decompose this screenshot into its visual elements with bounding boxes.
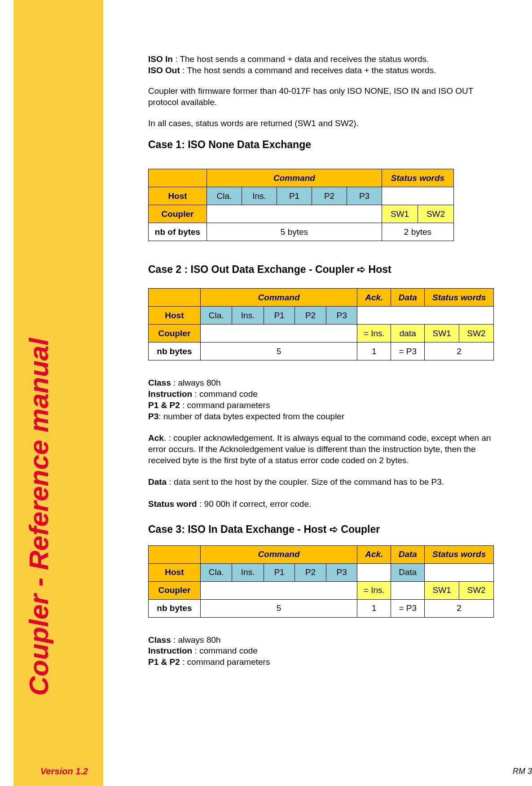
cell: SW1 — [425, 325, 459, 343]
def-text: : data sent to the host by the coupler. … — [167, 477, 444, 487]
hdr-data: Data — [391, 289, 425, 307]
cell: SW2 — [459, 581, 494, 599]
case3-heading: Case 3: ISO In Data Exchange - Host ➪ Co… — [148, 523, 494, 536]
def-label: Class — [148, 635, 171, 645]
hdr-status: Status words — [425, 289, 494, 307]
iso-out-label: ISO Out — [148, 66, 180, 75]
cell: = Ins. — [357, 325, 391, 343]
case1-heading: Case 1: ISO None Data Exchange — [148, 139, 494, 151]
hdr-data: Data — [391, 545, 425, 563]
cell: Cla. — [200, 563, 232, 581]
cell: SW2 — [418, 205, 454, 223]
iso-in-label: ISO In — [148, 54, 173, 64]
firmware-note: Coupler with firmware former than 40-017… — [148, 86, 494, 108]
row-host: Host — [149, 563, 201, 581]
def-label: Status word — [148, 499, 197, 509]
cell: P1 — [277, 187, 312, 205]
hdr-ack: Ack. — [357, 545, 391, 563]
hdr-status: Status words — [425, 545, 494, 563]
cell: 5 — [200, 599, 357, 617]
content: ISO In : The host sends a command + data… — [148, 54, 494, 679]
doc-title: Coupler - Reference manual — [23, 338, 54, 696]
case2-heading: Case 2 : ISO Out Data Exchange - Coupler… — [148, 263, 494, 276]
hdr-command: Command — [200, 289, 357, 307]
iso-in-text: : The host sends a command + data and re… — [173, 54, 429, 64]
cell: 5 — [200, 343, 357, 360]
def-text: . : coupler acknowledgement. It is alway… — [148, 433, 491, 465]
iso-out-text: : The host sends a command and receives … — [180, 66, 436, 75]
cell: 1 — [357, 343, 391, 360]
def-text: : command parameters — [180, 400, 270, 410]
row-coupler: Coupler — [149, 205, 207, 223]
cell: = P3 — [391, 343, 425, 360]
case2-table: Command Ack. Data Status words Host Cla.… — [148, 288, 494, 360]
hdr-ack: Ack. — [357, 289, 391, 307]
def-text: : number of data bytes expected from the… — [158, 412, 344, 421]
def-label: P1 & P2 — [148, 400, 180, 410]
cell: Ins. — [242, 187, 277, 205]
cell: data — [391, 325, 425, 343]
row-nb: nb bytes — [149, 599, 201, 617]
def-label: Ack — [148, 433, 164, 443]
page-number: RM 3 — [513, 767, 532, 776]
cell: 2 bytes — [382, 223, 454, 241]
cell: P2 — [295, 563, 326, 581]
def-text: : 90 00h if correct, error code. — [197, 499, 312, 509]
cell: P3 — [326, 307, 357, 325]
def-label: Instruction — [148, 389, 192, 399]
cell: P2 — [295, 307, 326, 325]
sidebar: Coupler - Reference manual Version 1.2 — [0, 0, 103, 786]
row-host: Host — [149, 307, 201, 325]
cell: = Ins. — [357, 581, 391, 599]
case3-table: Command Ack. Data Status words Host Cla.… — [148, 545, 494, 618]
def-label: Class — [148, 378, 171, 387]
def-label: P3 — [148, 412, 158, 421]
hdr-command: Command — [200, 545, 357, 563]
hdr-status: Status words — [382, 169, 454, 187]
status-note: In all cases, status words are returned … — [148, 118, 494, 129]
row-coupler: Coupler — [149, 581, 201, 599]
cell: 1 — [357, 599, 391, 617]
def-text: : always 80h — [171, 378, 221, 387]
def-text: : command code — [192, 646, 258, 655]
row-nb: nb of bytes — [149, 223, 207, 241]
row-host: Host — [149, 187, 207, 205]
cell: Cla. — [207, 187, 242, 205]
cell: P3 — [326, 563, 357, 581]
row-nb: nb bytes — [149, 343, 201, 360]
def-label: P1 & P2 — [148, 657, 180, 667]
cell: Cla. — [200, 307, 232, 325]
cell: Ins. — [232, 563, 264, 581]
cell: 2 — [425, 599, 494, 617]
hdr-command: Command — [207, 169, 382, 187]
cell: P3 — [347, 187, 382, 205]
def-text: : always 80h — [171, 635, 221, 645]
cell: = P3 — [391, 599, 425, 617]
cell: Data — [391, 563, 425, 581]
cell: P1 — [264, 307, 295, 325]
version-label: Version 1.2 — [40, 766, 88, 777]
def-text: : command parameters — [180, 657, 270, 667]
def-text: : command code — [192, 389, 258, 399]
cell: Ins. — [232, 307, 264, 325]
case1-table: Command Status words Host Cla. Ins. P1 P… — [148, 169, 454, 241]
cell: SW1 — [425, 581, 459, 599]
cell: SW1 — [382, 205, 418, 223]
cell: SW2 — [459, 325, 494, 343]
def-label: Data — [148, 477, 167, 487]
row-coupler: Coupler — [149, 325, 201, 343]
cell: 2 — [425, 343, 494, 360]
cell: P2 — [312, 187, 347, 205]
cell: 5 bytes — [207, 223, 382, 241]
cell: P1 — [264, 563, 295, 581]
sidebar-stripe — [0, 0, 13, 786]
def-label: Instruction — [148, 646, 192, 655]
